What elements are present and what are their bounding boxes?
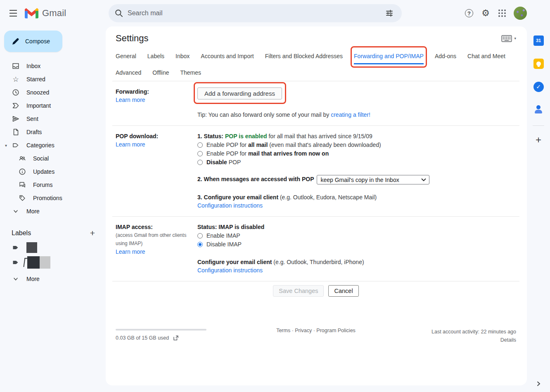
sidebar-item-drafts[interactable]: Drafts (0, 125, 106, 139)
tab-themes[interactable]: Themes (180, 64, 202, 81)
storage-progressbar (116, 329, 206, 331)
gmail-logo-text: Gmail (42, 8, 66, 19)
radio-button[interactable] (197, 151, 203, 156)
create-label-icon[interactable]: + (90, 228, 95, 238)
radio-button-selected[interactable] (197, 242, 203, 247)
sidebar-item-important[interactable]: Important (0, 99, 106, 112)
expand-caret-icon[interactable]: ▾ (5, 143, 12, 148)
divider (533, 125, 544, 126)
side-panel: 31 ✓ + (527, 26, 550, 392)
redacted-label-name (27, 256, 40, 269)
sidebar-item-promotions[interactable]: Promotions (0, 191, 106, 205)
tasks-icon[interactable]: ✓ (530, 78, 547, 95)
forwarding-section: Forwarding: Learn more Add a forwarding … (112, 81, 519, 125)
chevron-down-icon (12, 276, 20, 282)
imap-learn-more-link[interactable]: Learn more (116, 248, 197, 256)
social-icon (18, 155, 26, 162)
creating-a-filter-link[interactable]: creating a filter! (331, 111, 370, 118)
label-item-1[interactable] (0, 240, 106, 255)
input-tools-toggle[interactable]: ▾ (501, 35, 516, 42)
imap-option-enable: Enable IMAP (197, 231, 516, 240)
categories-icon (12, 142, 20, 149)
keep-icon[interactable] (530, 55, 547, 72)
redacted-label-name (26, 242, 37, 253)
gmail-logo[interactable]: Gmail (25, 8, 66, 19)
pop-access-select[interactable]: keep Gmail's copy in the Inbox (317, 175, 429, 184)
gmail-m-icon (25, 8, 38, 19)
clock-icon (12, 89, 20, 96)
tab-offline[interactable]: Offline (152, 64, 169, 81)
sidebar-item-sent[interactable]: Sent (0, 112, 106, 125)
sidebar-item-inbox[interactable]: Inbox (0, 59, 106, 73)
tab-add-ons[interactable]: Add-ons (435, 48, 456, 64)
forwarding-label: Forwarding: (116, 87, 197, 96)
label-tag-icon (12, 259, 20, 266)
radio-button[interactable] (197, 142, 203, 148)
pop-access-line: 2. When messages are accessed with POPke… (197, 175, 516, 184)
pop-configure-line: 3. Configure your email client (e.g. Out… (197, 193, 516, 201)
sidebar-nav: Inbox ☆ Starred Snoozed Important Sent D… (0, 59, 106, 218)
collapse-panel-icon[interactable] (536, 381, 541, 386)
add-forwarding-address-button[interactable]: Add a forwarding address (197, 87, 282, 99)
help-icon[interactable]: ? (461, 5, 477, 21)
sidebar-item-updates[interactable]: Updates (0, 165, 106, 178)
sidebar-item-starred[interactable]: ☆ Starred (0, 73, 106, 86)
tab-forwarding-and-pop-imap[interactable]: Forwarding and POP/IMAP (354, 48, 424, 64)
tab-advanced[interactable]: Advanced (116, 64, 141, 81)
pop-learn-more-link[interactable]: Learn more (116, 140, 197, 149)
label-tag-icon (12, 244, 20, 251)
pop-label: POP download: (116, 132, 197, 140)
compose-button[interactable]: Compose (4, 31, 62, 52)
main-menu-icon[interactable] (3, 3, 23, 23)
imap-option-disable: Disable IMAP (197, 240, 516, 248)
calendar-icon[interactable]: 31 (530, 32, 547, 49)
profile-avatar[interactable] (514, 7, 527, 20)
forwarding-learn-more-link[interactable]: Learn more (116, 96, 197, 104)
sidebar-item-social[interactable]: Social (0, 152, 106, 165)
pop-download-section: POP download: Learn more 1. Status: POP … (112, 126, 519, 216)
apps-grid-icon[interactable] (494, 5, 510, 21)
details-link[interactable]: Details (392, 336, 516, 344)
sidebar-item-categories[interactable]: ▾ Categories (0, 139, 106, 152)
label-item-2[interactable] (0, 255, 106, 270)
search-bar[interactable] (109, 4, 402, 22)
pop-option-all-mail: Enable POP for all mail (even mail that'… (197, 141, 516, 149)
tab-labels[interactable]: Labels (147, 48, 164, 64)
external-link-icon[interactable] (173, 335, 179, 341)
draft-icon (12, 128, 20, 136)
search-options-icon[interactable] (381, 5, 398, 21)
forwarding-tip: Tip: You can also forward only some of y… (197, 111, 516, 119)
contacts-icon[interactable] (530, 102, 547, 118)
imap-configure-line: Configure your email client (e.g. Outloo… (197, 258, 516, 266)
labels-more[interactable]: More (0, 272, 106, 286)
tab-general[interactable]: General (116, 48, 136, 64)
sidebar: Compose Inbox ☆ Starred Snoozed Importan… (0, 26, 106, 392)
imap-label: IMAP access: (116, 223, 197, 231)
pop-configuration-instructions-link[interactable]: Configuration instructions (197, 201, 516, 210)
tab-chat-and-meet[interactable]: Chat and Meet (467, 48, 505, 64)
sidebar-item-forums[interactable]: Forums (0, 178, 106, 191)
sidebar-item-more[interactable]: More (0, 205, 106, 218)
footer-links[interactable]: Terms · Privacy · Program Policies (239, 326, 392, 344)
search-icon[interactable] (114, 9, 123, 18)
footer: 0.03 GB of 15 GB used Terms · Privacy · … (112, 326, 519, 344)
sent-icon (12, 115, 20, 123)
tab-filters-and-blocked-addresses[interactable]: Filters and Blocked Addresses (265, 48, 343, 64)
settings-gear-icon[interactable]: ⚙ (477, 5, 494, 21)
storage-text: 0.03 GB of 15 GB used (116, 335, 169, 341)
tab-inbox[interactable]: Inbox (175, 48, 190, 64)
radio-button[interactable] (197, 233, 203, 239)
cancel-button[interactable]: Cancel (328, 285, 358, 297)
search-input[interactable] (128, 9, 381, 17)
page-title: Settings (116, 33, 149, 44)
inbox-icon (12, 62, 20, 70)
sidebar-item-snoozed[interactable]: Snoozed (0, 86, 106, 99)
tag-icon (18, 194, 26, 202)
tab-accounts-and-import[interactable]: Accounts and Import (201, 48, 254, 64)
radio-button[interactable] (197, 160, 203, 165)
imap-configuration-instructions-link[interactable]: Configuration instructions (197, 266, 516, 274)
settings-tabs-row-2: Advanced Offline Themes (112, 64, 519, 81)
save-changes-button[interactable]: Save Changes (273, 285, 324, 297)
get-add-ons-icon[interactable]: + (530, 132, 547, 148)
pencil-icon (12, 38, 19, 45)
